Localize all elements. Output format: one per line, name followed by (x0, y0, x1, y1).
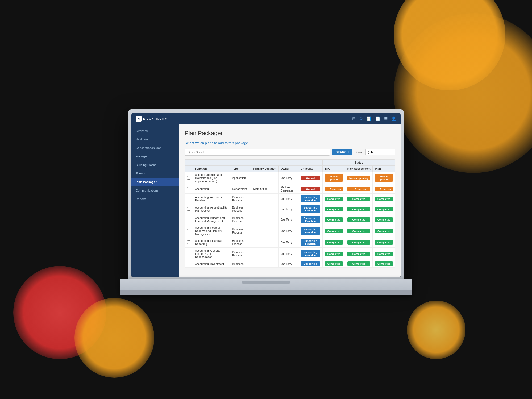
row-owner: Joe Terry (279, 225, 298, 237)
doc-icon[interactable]: 📄 (375, 116, 380, 121)
row-owner: Joe Terry (279, 214, 298, 225)
sidebar-item-navigator[interactable]: Navigator (131, 135, 179, 144)
row-type: Application (230, 172, 251, 184)
search-row: SEARCH Show: (185, 149, 395, 156)
row-function: Accounting: Accounts Payable (193, 194, 230, 204)
row-plan: Completed (373, 260, 395, 268)
row-checkbox-cell (185, 248, 193, 260)
show-select[interactable] (365, 149, 395, 155)
bia-badge: Completed (325, 252, 343, 256)
row-owner: Joe Terry (279, 248, 298, 260)
col-header-criticality: Criticality (298, 166, 322, 172)
row-checkbox[interactable] (187, 229, 190, 232)
row-plan: Completed (373, 225, 395, 237)
sidebar-item-events[interactable]: Events (131, 169, 179, 178)
criticality-badge: Supporting Function (301, 195, 320, 202)
data-table: Status Function Type Primary Location Ow… (185, 160, 395, 268)
col-header-checkbox (185, 166, 193, 172)
bg-blob-orange-bottom (74, 298, 154, 378)
top-icons: ⊞ ⊙ 📊 📄 ☰ 👤 (352, 116, 396, 121)
plan-badge: In Progress (375, 187, 393, 191)
row-checkbox[interactable] (187, 197, 190, 200)
risk-badge: Completed (347, 229, 371, 233)
row-type: Business Process (230, 194, 251, 204)
sidebar-item-plan-packager[interactable]: Plan Packager (131, 178, 179, 186)
show-label: Show: (355, 151, 363, 154)
row-bia: Needs Updating (323, 172, 345, 184)
table-row: Accounting: Investment Business Joe Terr… (185, 260, 395, 268)
col-header-bia: BIA (323, 166, 345, 172)
sidebar-item-concentration-map[interactable]: Concentration Map (131, 144, 179, 152)
sidebar-item-communications[interactable]: Communications (131, 186, 179, 195)
row-checkbox[interactable] (187, 176, 190, 180)
logo-icon: N (136, 116, 142, 122)
row-risk: Completed (345, 214, 373, 225)
row-checkbox-cell (185, 260, 193, 268)
row-owner: Joe Terry (279, 172, 298, 184)
row-type: Business (230, 260, 251, 268)
row-primary-location (251, 172, 279, 184)
row-primary-location (251, 214, 279, 225)
row-bia: Completed (323, 260, 345, 268)
bia-badge: Completed (325, 240, 343, 245)
search-button[interactable]: SEARCH (332, 149, 352, 155)
chart-icon[interactable]: 📊 (367, 116, 372, 121)
row-type: Business Process (230, 237, 251, 248)
table-row: Accounting: Accounts Payable Business Pr… (185, 194, 395, 204)
plan-badge: Completed (375, 252, 393, 256)
plan-badge: Needs Updating (375, 174, 393, 182)
list-icon[interactable]: ☰ (384, 116, 388, 121)
sidebar-item-reports[interactable]: Reports (131, 195, 179, 203)
row-criticality: Supporting Function (298, 237, 322, 248)
risk-badge: Completed (347, 261, 371, 266)
row-checkbox[interactable] (187, 262, 190, 265)
row-criticality: Supporting Function (298, 248, 322, 260)
row-checkbox-cell (185, 225, 193, 237)
table-row: Accounting Department Main Office Michae… (185, 184, 395, 194)
row-checkbox[interactable] (187, 207, 190, 211)
criticality-badge: Supporting Function (301, 250, 320, 257)
row-checkbox-cell (185, 172, 193, 184)
grid-icon[interactable]: ⊞ (352, 116, 356, 121)
col-header-risk: Risk Assessment (345, 166, 373, 172)
row-checkbox[interactable] (187, 218, 190, 221)
row-criticality: Critical (298, 172, 322, 184)
row-plan: Completed (373, 194, 395, 204)
risk-badge: Completed (347, 207, 371, 211)
criticality-badge: Supporting Function (301, 239, 320, 246)
table-row: Accounting: Budget and Forecast Manageme… (185, 214, 395, 225)
row-criticality: Supporting (298, 260, 322, 268)
search-input[interactable] (185, 149, 330, 156)
row-checkbox[interactable] (187, 187, 190, 190)
row-checkbox[interactable] (187, 240, 190, 244)
row-primary-location: Main Office (251, 184, 279, 194)
sidebar-item-building-blocks[interactable]: Building Blocks (131, 161, 179, 169)
logo-text: N CONTINUITY (143, 117, 167, 120)
row-function: Accounting: Federal Reserve and Liquidit… (193, 225, 230, 237)
row-type: Business Process (230, 214, 251, 225)
top-bar: N N CONTINUITY ⊞ ⊙ 📊 📄 ☰ 👤 (131, 113, 401, 124)
logo-area: N N CONTINUITY (136, 116, 167, 122)
col-header-plan: Plan (373, 166, 395, 172)
person-icon[interactable]: 👤 (391, 116, 396, 121)
plan-badge: Completed (375, 240, 393, 245)
screen-bezel: N N CONTINUITY ⊞ ⊙ 📊 📄 ☰ 👤 (131, 113, 401, 277)
row-checkbox-cell (185, 237, 193, 248)
row-checkbox[interactable] (187, 252, 190, 255)
sidebar-item-manage[interactable]: Manage (131, 152, 179, 161)
play-circle-icon[interactable]: ⊙ (359, 116, 363, 121)
table-row: Accounting: Financial Reporting Business… (185, 237, 395, 248)
row-bia: Completed (323, 214, 345, 225)
plan-badge: Completed (375, 217, 393, 222)
row-risk: Completed (345, 260, 373, 268)
criticality-badge: Supporting Function (301, 227, 320, 235)
row-function: Accounting: Financial Reporting (193, 237, 230, 248)
laptop-body: N N CONTINUITY ⊞ ⊙ 📊 📄 ☰ 👤 (128, 109, 404, 279)
sidebar-item-overview[interactable]: Overview (131, 127, 179, 135)
row-primary-location (251, 248, 279, 260)
row-function: Account Opening and Maintenance (use app… (193, 172, 230, 184)
row-bia: Completed (323, 225, 345, 237)
laptop-wrapper: N N CONTINUITY ⊞ ⊙ 📊 📄 ☰ 👤 (120, 104, 412, 295)
risk-badge: Needs Updating (347, 176, 371, 180)
criticality-badge: Critical (301, 176, 320, 180)
